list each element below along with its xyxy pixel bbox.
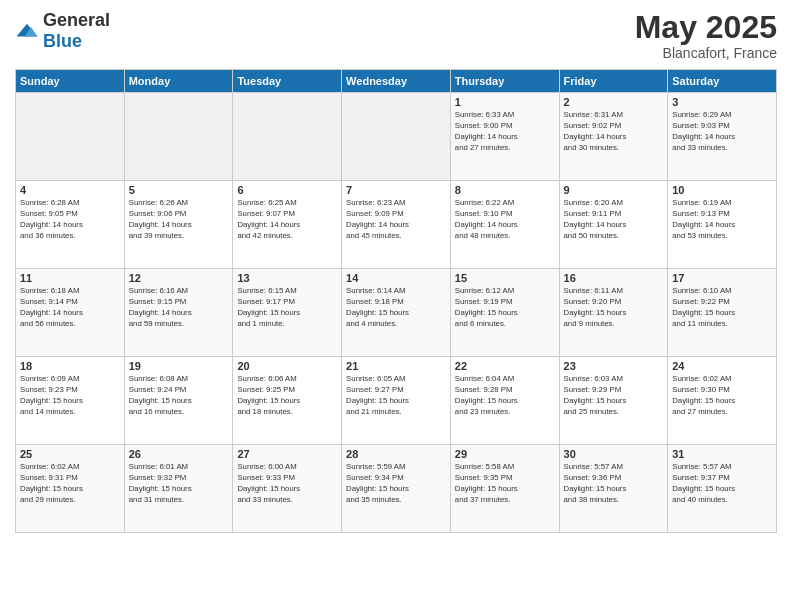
- calendar-cell: 29Sunrise: 5:58 AM Sunset: 9:35 PM Dayli…: [450, 445, 559, 533]
- calendar-cell: [233, 93, 342, 181]
- day-number: 27: [237, 448, 337, 460]
- day-number: 4: [20, 184, 120, 196]
- col-thursday: Thursday: [450, 70, 559, 93]
- calendar-cell: 23Sunrise: 6:03 AM Sunset: 9:29 PM Dayli…: [559, 357, 668, 445]
- calendar-cell: [342, 93, 451, 181]
- day-number: 28: [346, 448, 446, 460]
- day-info: Sunrise: 6:12 AM Sunset: 9:19 PM Dayligh…: [455, 286, 555, 330]
- day-number: 15: [455, 272, 555, 284]
- calendar-cell: 2Sunrise: 6:31 AM Sunset: 9:02 PM Daylig…: [559, 93, 668, 181]
- calendar-cell: 17Sunrise: 6:10 AM Sunset: 9:22 PM Dayli…: [668, 269, 777, 357]
- day-info: Sunrise: 6:18 AM Sunset: 9:14 PM Dayligh…: [20, 286, 120, 330]
- calendar-cell: 11Sunrise: 6:18 AM Sunset: 9:14 PM Dayli…: [16, 269, 125, 357]
- calendar-cell: 13Sunrise: 6:15 AM Sunset: 9:17 PM Dayli…: [233, 269, 342, 357]
- day-info: Sunrise: 6:00 AM Sunset: 9:33 PM Dayligh…: [237, 462, 337, 506]
- day-info: Sunrise: 6:05 AM Sunset: 9:27 PM Dayligh…: [346, 374, 446, 418]
- day-info: Sunrise: 6:08 AM Sunset: 9:24 PM Dayligh…: [129, 374, 229, 418]
- day-info: Sunrise: 6:14 AM Sunset: 9:18 PM Dayligh…: [346, 286, 446, 330]
- day-info: Sunrise: 6:10 AM Sunset: 9:22 PM Dayligh…: [672, 286, 772, 330]
- day-info: Sunrise: 6:02 AM Sunset: 9:30 PM Dayligh…: [672, 374, 772, 418]
- day-number: 30: [564, 448, 664, 460]
- calendar-cell: 24Sunrise: 6:02 AM Sunset: 9:30 PM Dayli…: [668, 357, 777, 445]
- day-number: 5: [129, 184, 229, 196]
- col-sunday: Sunday: [16, 70, 125, 93]
- calendar-cell: 4Sunrise: 6:28 AM Sunset: 9:05 PM Daylig…: [16, 181, 125, 269]
- calendar-week-2: 4Sunrise: 6:28 AM Sunset: 9:05 PM Daylig…: [16, 181, 777, 269]
- day-number: 7: [346, 184, 446, 196]
- calendar-table: Sunday Monday Tuesday Wednesday Thursday…: [15, 69, 777, 533]
- calendar-cell: 18Sunrise: 6:09 AM Sunset: 9:23 PM Dayli…: [16, 357, 125, 445]
- day-number: 2: [564, 96, 664, 108]
- col-tuesday: Tuesday: [233, 70, 342, 93]
- logo-blue: Blue: [43, 31, 82, 51]
- day-number: 1: [455, 96, 555, 108]
- calendar-cell: 16Sunrise: 6:11 AM Sunset: 9:20 PM Dayli…: [559, 269, 668, 357]
- calendar-cell: 22Sunrise: 6:04 AM Sunset: 9:28 PM Dayli…: [450, 357, 559, 445]
- day-number: 9: [564, 184, 664, 196]
- day-info: Sunrise: 5:57 AM Sunset: 9:37 PM Dayligh…: [672, 462, 772, 506]
- day-number: 18: [20, 360, 120, 372]
- month-title: May 2025: [635, 10, 777, 45]
- header: General Blue May 2025 Blancafort, France: [15, 10, 777, 61]
- calendar-cell: 30Sunrise: 5:57 AM Sunset: 9:36 PM Dayli…: [559, 445, 668, 533]
- logo-text: General Blue: [43, 10, 110, 52]
- col-wednesday: Wednesday: [342, 70, 451, 93]
- day-number: 8: [455, 184, 555, 196]
- day-number: 16: [564, 272, 664, 284]
- day-info: Sunrise: 6:26 AM Sunset: 9:06 PM Dayligh…: [129, 198, 229, 242]
- calendar-cell: 21Sunrise: 6:05 AM Sunset: 9:27 PM Dayli…: [342, 357, 451, 445]
- day-info: Sunrise: 6:09 AM Sunset: 9:23 PM Dayligh…: [20, 374, 120, 418]
- col-friday: Friday: [559, 70, 668, 93]
- day-info: Sunrise: 6:11 AM Sunset: 9:20 PM Dayligh…: [564, 286, 664, 330]
- calendar-header-row: Sunday Monday Tuesday Wednesday Thursday…: [16, 70, 777, 93]
- calendar-cell: 28Sunrise: 5:59 AM Sunset: 9:34 PM Dayli…: [342, 445, 451, 533]
- day-number: 22: [455, 360, 555, 372]
- calendar-cell: 19Sunrise: 6:08 AM Sunset: 9:24 PM Dayli…: [124, 357, 233, 445]
- calendar-cell: 14Sunrise: 6:14 AM Sunset: 9:18 PM Dayli…: [342, 269, 451, 357]
- calendar-cell: 31Sunrise: 5:57 AM Sunset: 9:37 PM Dayli…: [668, 445, 777, 533]
- day-info: Sunrise: 6:20 AM Sunset: 9:11 PM Dayligh…: [564, 198, 664, 242]
- logo-icon: [15, 22, 39, 40]
- day-number: 3: [672, 96, 772, 108]
- location-title: Blancafort, France: [635, 45, 777, 61]
- day-info: Sunrise: 6:33 AM Sunset: 9:00 PM Dayligh…: [455, 110, 555, 154]
- calendar-cell: 12Sunrise: 6:16 AM Sunset: 9:15 PM Dayli…: [124, 269, 233, 357]
- calendar-cell: 10Sunrise: 6:19 AM Sunset: 9:13 PM Dayli…: [668, 181, 777, 269]
- day-info: Sunrise: 6:23 AM Sunset: 9:09 PM Dayligh…: [346, 198, 446, 242]
- day-info: Sunrise: 6:15 AM Sunset: 9:17 PM Dayligh…: [237, 286, 337, 330]
- day-info: Sunrise: 6:16 AM Sunset: 9:15 PM Dayligh…: [129, 286, 229, 330]
- page: General Blue May 2025 Blancafort, France…: [0, 0, 792, 612]
- day-info: Sunrise: 5:59 AM Sunset: 9:34 PM Dayligh…: [346, 462, 446, 506]
- day-number: 20: [237, 360, 337, 372]
- day-info: Sunrise: 6:04 AM Sunset: 9:28 PM Dayligh…: [455, 374, 555, 418]
- calendar-cell: 8Sunrise: 6:22 AM Sunset: 9:10 PM Daylig…: [450, 181, 559, 269]
- day-number: 26: [129, 448, 229, 460]
- day-info: Sunrise: 5:57 AM Sunset: 9:36 PM Dayligh…: [564, 462, 664, 506]
- calendar-cell: 26Sunrise: 6:01 AM Sunset: 9:32 PM Dayli…: [124, 445, 233, 533]
- calendar-cell: 20Sunrise: 6:06 AM Sunset: 9:25 PM Dayli…: [233, 357, 342, 445]
- col-monday: Monday: [124, 70, 233, 93]
- calendar-week-1: 1Sunrise: 6:33 AM Sunset: 9:00 PM Daylig…: [16, 93, 777, 181]
- day-info: Sunrise: 6:01 AM Sunset: 9:32 PM Dayligh…: [129, 462, 229, 506]
- day-number: 13: [237, 272, 337, 284]
- day-number: 29: [455, 448, 555, 460]
- calendar-cell: 3Sunrise: 6:29 AM Sunset: 9:03 PM Daylig…: [668, 93, 777, 181]
- calendar-week-3: 11Sunrise: 6:18 AM Sunset: 9:14 PM Dayli…: [16, 269, 777, 357]
- day-number: 6: [237, 184, 337, 196]
- day-number: 23: [564, 360, 664, 372]
- day-info: Sunrise: 5:58 AM Sunset: 9:35 PM Dayligh…: [455, 462, 555, 506]
- day-info: Sunrise: 6:31 AM Sunset: 9:02 PM Dayligh…: [564, 110, 664, 154]
- logo-general: General: [43, 10, 110, 30]
- calendar-cell: 9Sunrise: 6:20 AM Sunset: 9:11 PM Daylig…: [559, 181, 668, 269]
- col-saturday: Saturday: [668, 70, 777, 93]
- day-info: Sunrise: 6:29 AM Sunset: 9:03 PM Dayligh…: [672, 110, 772, 154]
- logo: General Blue: [15, 10, 110, 52]
- day-number: 21: [346, 360, 446, 372]
- calendar-cell: 27Sunrise: 6:00 AM Sunset: 9:33 PM Dayli…: [233, 445, 342, 533]
- day-number: 19: [129, 360, 229, 372]
- day-number: 25: [20, 448, 120, 460]
- day-number: 10: [672, 184, 772, 196]
- calendar-cell: [16, 93, 125, 181]
- calendar-week-4: 18Sunrise: 6:09 AM Sunset: 9:23 PM Dayli…: [16, 357, 777, 445]
- day-info: Sunrise: 6:03 AM Sunset: 9:29 PM Dayligh…: [564, 374, 664, 418]
